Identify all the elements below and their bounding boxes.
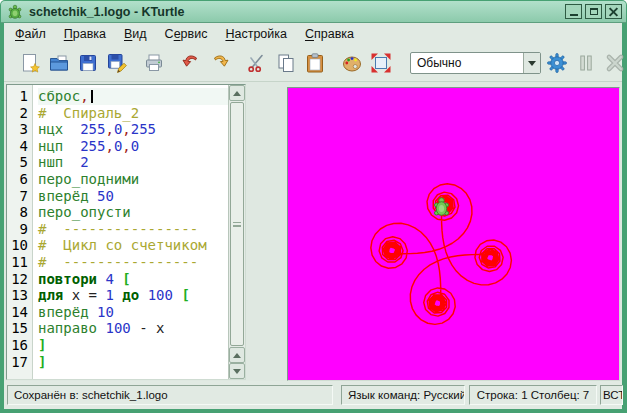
menu-item-settings[interactable]: Настройка <box>216 25 296 43</box>
editor-vertical-scrollbar[interactable] <box>228 85 245 379</box>
pause-button[interactable] <box>574 51 598 75</box>
run-button[interactable] <box>545 51 569 75</box>
scrollbar-track[interactable] <box>229 101 245 347</box>
menu-item-view[interactable]: Вид <box>115 25 156 43</box>
clipboard-icon <box>304 52 326 74</box>
code-editor[interactable]: 1234567891011121314151617 сброс,# Спирал… <box>6 84 246 380</box>
combo-dropdown-button[interactable] <box>523 53 540 73</box>
canvas-view <box>287 87 620 381</box>
status-input-mode: ВСТ <box>600 385 623 405</box>
stop-button[interactable] <box>603 51 627 75</box>
chevron-down-icon <box>528 61 536 66</box>
arrow-down-icon <box>233 369 241 374</box>
maximize-icon <box>590 8 598 15</box>
scroll-down-button[interactable] <box>229 363 245 379</box>
status-save-state: Сохранён в: schetchik_1.logo <box>7 385 333 405</box>
arrow-up-icon <box>233 91 241 96</box>
copy-pages-icon <box>275 52 297 74</box>
save-button[interactable] <box>76 51 100 75</box>
save-floppy-icon <box>77 52 99 74</box>
canvas-colors-button[interactable] <box>340 51 364 75</box>
redo-button[interactable] <box>208 51 232 75</box>
open-folder-icon <box>48 52 70 74</box>
pause-icon <box>575 52 597 74</box>
fullscreen-button[interactable] <box>369 51 393 75</box>
maximize-button[interactable] <box>585 4 602 19</box>
kturtle-app-icon <box>7 4 23 20</box>
speed-select-value: Обычно <box>411 56 523 70</box>
menu-item-edit[interactable]: Правка <box>55 25 115 43</box>
statusbar: Сохранён в: schetchik_1.logo Язык команд… <box>4 381 622 409</box>
menu-item-file[interactable]: Файл <box>6 25 55 43</box>
undo-button[interactable] <box>179 51 203 75</box>
stop-cross-icon <box>604 52 626 74</box>
new-file-button[interactable] <box>18 51 42 75</box>
status-cursor-position: Строка: 1 Столбец: 7 <box>469 385 597 405</box>
speed-select[interactable]: Обычно <box>410 52 541 74</box>
scissors-icon <box>246 52 268 74</box>
menubar: Файл Правка Вид Сервис Настройка Справка <box>4 23 622 45</box>
scroll-up-button[interactable] <box>229 85 245 101</box>
minimize-button[interactable] <box>565 4 582 19</box>
cut-button[interactable] <box>245 51 269 75</box>
kturtle-window: schetchik_1.logo - KTurtle Файл Правка В… <box>0 0 627 413</box>
scroll-up-button-bottom[interactable] <box>229 347 245 363</box>
status-command-language: Язык команд: Русский <box>341 385 465 405</box>
code-lines[interactable]: сброс,# Спираль_2нцх 255,0,255нцп 255,0,… <box>33 85 228 379</box>
undo-arrow-icon <box>180 52 202 74</box>
window-title: schetchik_1.logo - KTurtle <box>29 5 562 19</box>
menu-item-help[interactable]: Справка <box>296 25 363 43</box>
scrollbar-thumb[interactable] <box>230 102 244 346</box>
minimize-icon <box>570 14 578 16</box>
close-icon <box>609 7 618 16</box>
fullscreen-arrows-icon <box>370 52 392 74</box>
titlebar[interactable]: schetchik_1.logo - KTurtle <box>1 1 626 23</box>
save-as-button[interactable] <box>105 51 129 75</box>
new-document-icon <box>19 52 41 74</box>
toolbar: Обычно <box>4 45 622 82</box>
save-as-pencil-icon <box>106 52 128 74</box>
turtle-canvas <box>288 88 619 380</box>
open-file-button[interactable] <box>47 51 71 75</box>
thumb-grip-icon <box>233 222 241 227</box>
run-gear-icon <box>546 52 568 74</box>
line-numbers: 1234567891011121314151617 <box>7 85 33 379</box>
print-button[interactable] <box>142 51 166 75</box>
redo-arrow-icon <box>209 52 231 74</box>
close-button[interactable] <box>605 4 622 19</box>
color-palette-icon <box>341 52 363 74</box>
paste-button[interactable] <box>303 51 327 75</box>
menu-item-tools[interactable]: Сервис <box>156 25 217 43</box>
printer-icon <box>143 52 165 74</box>
copy-button[interactable] <box>274 51 298 75</box>
arrow-up-icon <box>233 353 241 358</box>
